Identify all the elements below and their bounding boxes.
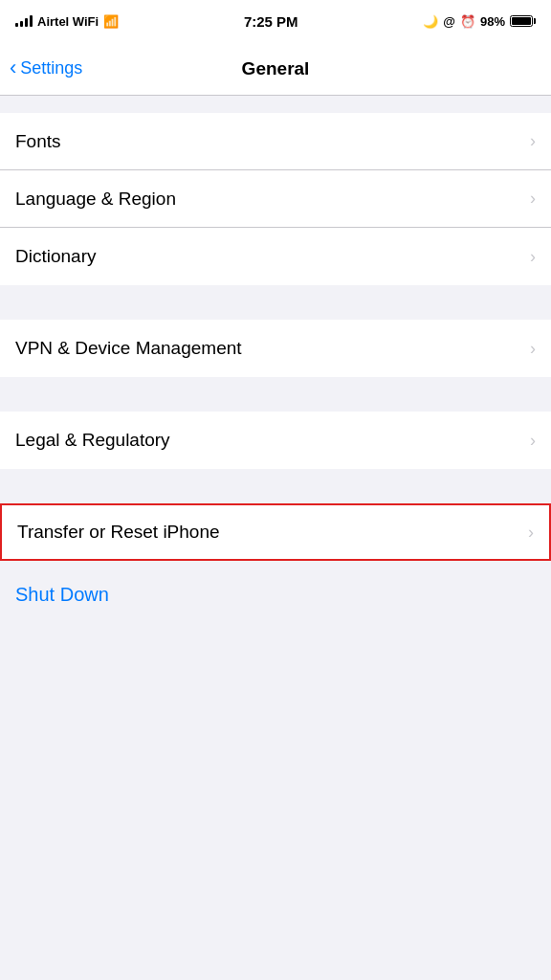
- shutdown-button[interactable]: Shut Down: [15, 584, 109, 606]
- moon-icon: 🌙: [423, 14, 438, 29]
- legal-regulatory-label: Legal & Regulatory: [15, 430, 170, 451]
- legal-regulatory-item[interactable]: Legal & Regulatory ›: [0, 412, 551, 469]
- language-region-item[interactable]: Language & Region ›: [0, 170, 551, 228]
- vpn-device-label: VPN & Device Management: [15, 338, 242, 359]
- settings-group-4: Transfer or Reset iPhone ›: [0, 503, 551, 561]
- signal-icon: [15, 15, 33, 27]
- battery-percent: 98%: [480, 14, 505, 29]
- section-gap-2: [0, 285, 551, 320]
- wifi-icon: 📶: [103, 14, 119, 29]
- section-gap-4: [0, 469, 551, 503]
- shutdown-section: Shut Down: [0, 561, 551, 621]
- vpn-device-item[interactable]: VPN & Device Management ›: [0, 320, 551, 377]
- dictionary-chevron-icon: ›: [530, 247, 536, 267]
- section-gap-3: [0, 377, 551, 412]
- battery-icon: [510, 15, 536, 27]
- fonts-item[interactable]: Fonts ›: [0, 113, 551, 170]
- settings-group-3: Legal & Regulatory ›: [0, 412, 551, 469]
- alarm-icon: ⏰: [460, 14, 475, 29]
- language-region-label: Language & Region: [15, 189, 176, 210]
- dictionary-label: Dictionary: [15, 246, 96, 267]
- transfer-reset-item[interactable]: Transfer or Reset iPhone ›: [0, 503, 551, 561]
- status-time: 7:25 PM: [244, 13, 298, 30]
- settings-group-2: VPN & Device Management ›: [0, 320, 551, 377]
- status-right: 🌙 @ ⏰ 98%: [423, 14, 536, 29]
- transfer-reset-chevron-icon: ›: [528, 523, 534, 543]
- location-icon: @: [443, 14, 455, 29]
- chevron-left-icon: ‹: [10, 57, 16, 78]
- vpn-device-chevron-icon: ›: [530, 339, 536, 359]
- section-gap-1: [0, 96, 551, 113]
- fonts-chevron-icon: ›: [530, 131, 536, 151]
- settings-group-1: Fonts › Language & Region › Dictionary ›: [0, 113, 551, 285]
- carrier-label: Airtel WiFi: [37, 14, 99, 29]
- nav-bar: ‹ Settings General: [0, 42, 551, 96]
- page-title: General: [242, 58, 310, 79]
- status-left: Airtel WiFi 📶: [15, 14, 119, 29]
- legal-regulatory-chevron-icon: ›: [530, 431, 536, 451]
- back-button[interactable]: ‹ Settings: [10, 58, 82, 78]
- status-bar: Airtel WiFi 📶 7:25 PM 🌙 @ ⏰ 98%: [0, 0, 551, 42]
- language-region-chevron-icon: ›: [530, 189, 536, 209]
- transfer-reset-label: Transfer or Reset iPhone: [17, 522, 220, 543]
- fonts-label: Fonts: [15, 131, 61, 152]
- back-label: Settings: [20, 58, 82, 78]
- dictionary-item[interactable]: Dictionary ›: [0, 228, 551, 285]
